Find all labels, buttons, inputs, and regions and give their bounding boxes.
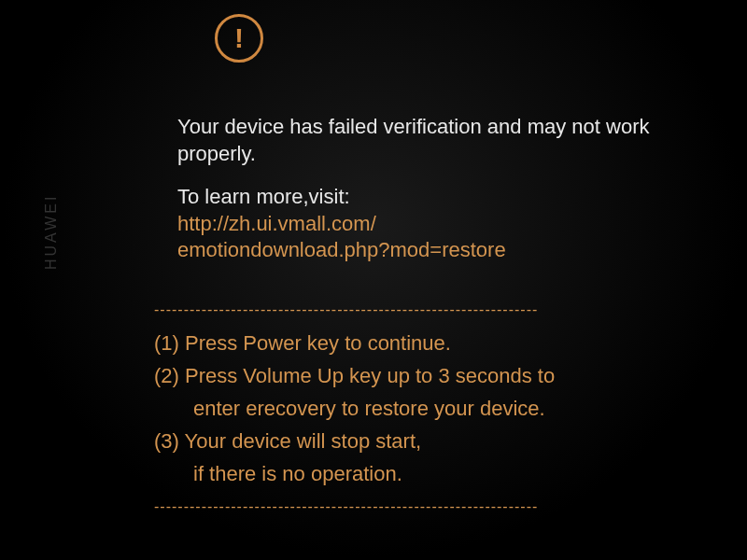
bootloader-screen: ! Your device has failed verification an… — [0, 0, 747, 515]
verification-failed-message: Your device has failed verification and … — [177, 114, 654, 167]
exclamation-icon: ! — [234, 24, 244, 52]
device-brand: HUAWEI — [43, 194, 60, 270]
divider-top: ----------------------------------------… — [154, 301, 654, 318]
instruction-1: (1) Press Power key to continue. — [154, 328, 654, 358]
divider-bottom: ----------------------------------------… — [154, 498, 654, 515]
instruction-3: (3) Your device will stop start, — [154, 426, 654, 456]
warning-icon: ! — [215, 14, 263, 63]
instruction-list: (1) Press Power key to continue. (2) Pre… — [154, 328, 654, 489]
learn-more-prompt: To learn more,visit: — [177, 184, 654, 211]
instruction-2-cont: enter erecovery to restore your device. — [154, 393, 654, 424]
url-line: http://zh.ui.vmall.com/ — [177, 211, 654, 238]
instruction-3-cont: if there is no operation. — [154, 458, 654, 489]
restore-url: http://zh.ui.vmall.com/ emotiondownload.… — [177, 211, 654, 264]
instruction-2: (2) Press Volume Up key up to 3 seconds … — [154, 360, 654, 391]
url-line: emotiondownload.php?mod=restore — [177, 237, 654, 264]
